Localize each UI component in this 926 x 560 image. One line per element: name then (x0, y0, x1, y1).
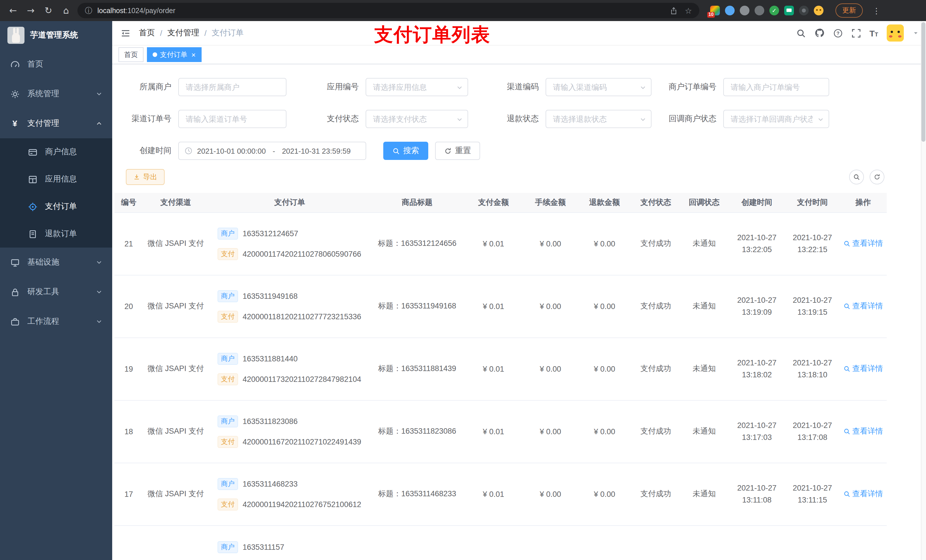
notify-status-select[interactable] (724, 110, 829, 127)
extension-icons: 10 ✓ (710, 6, 823, 15)
sidebar-item-app-info[interactable]: 应用信息 (0, 166, 112, 193)
cell-channel (143, 525, 209, 560)
browser-back-icon[interactable]: ← (7, 4, 20, 17)
refresh-table-button[interactable] (870, 170, 884, 184)
col-id: 编号 (115, 193, 143, 212)
browser-update-button[interactable]: 更新 (835, 3, 863, 18)
date-range-picker[interactable]: 2021-10-01 00:00:00 - 2021-10-31 23:59:5… (178, 142, 366, 160)
reset-button[interactable]: 重置 (435, 142, 480, 160)
extension-check-icon[interactable]: ✓ (769, 6, 779, 15)
view-detail-link[interactable]: 查看详情 (843, 489, 883, 499)
sidebar-fold-icon[interactable] (121, 28, 130, 38)
breadcrumb-separator (160, 29, 162, 38)
cell-title: 标题：1635311468233 (371, 463, 464, 525)
extension-pin-icon[interactable] (799, 6, 809, 15)
cell-pay-order: 商户 1635311823086 支付 42000011672021102710… (209, 400, 371, 463)
download-icon (133, 174, 140, 180)
tab-pay-order[interactable]: 支付订单 (147, 47, 201, 62)
cell-create-time: 2021-10-27 13:19:09 (728, 275, 785, 338)
merchant-input[interactable] (179, 78, 286, 96)
browser-toolbar: ← → ↻ ⌂ ⓘ localhost:1024/pay/order ☆ 10 … (0, 0, 926, 21)
tab-label: 首页 (124, 50, 138, 59)
app-id-select[interactable] (366, 78, 468, 96)
cell-pay-time: 2021-10-27 13:17:08 (785, 400, 840, 463)
merchant-order-no: 1635311949168 (243, 292, 298, 300)
github-icon[interactable] (814, 28, 825, 38)
browser-menu-icon[interactable]: ⋮ (873, 6, 881, 15)
extension-colorful-icon[interactable]: 10 (710, 6, 720, 15)
breadcrumb-home[interactable]: 首页 (139, 28, 155, 38)
search-icon[interactable] (796, 28, 805, 38)
merchant-order-no-input[interactable] (724, 78, 829, 96)
cell-pay-time: 2021-10-27 13:18:10 (785, 338, 840, 400)
cell-actions: 查看详情 (840, 463, 887, 525)
sidebar-item-refund-order[interactable]: 退款订单 (0, 220, 112, 248)
logo-title: 芋道管理系统 (30, 30, 78, 41)
font-size-icon[interactable]: TT (869, 28, 878, 38)
sidebar-item-pay-order[interactable]: 支付订单 (0, 193, 112, 220)
extension-gray2-icon[interactable] (755, 6, 764, 15)
sidebar-item-merchant-info[interactable]: 商户信息 (0, 138, 112, 166)
view-detail-link[interactable]: 查看详情 (843, 426, 883, 436)
toggle-search-button[interactable] (849, 170, 864, 184)
cell-channel: 微信 JSAPI 支付 (143, 463, 209, 525)
field-label: 所属商户 (126, 82, 178, 92)
pay-status-select[interactable] (366, 110, 468, 127)
extension-chat-icon[interactable] (784, 6, 794, 15)
bank-card-icon (27, 147, 38, 157)
sidebar-item-home[interactable]: 首页 (0, 50, 112, 79)
sidebar-item-pay[interactable]: ¥ 支付管理 (0, 109, 112, 138)
refresh-icon (874, 174, 881, 180)
avatar-caret-down-icon[interactable] (912, 30, 919, 36)
cell-amount: ¥ 0.01 (464, 338, 524, 400)
channel-order-no-input[interactable] (179, 110, 286, 127)
view-detail-link[interactable]: 查看详情 (843, 301, 883, 311)
sidebar-item-dev-tools[interactable]: 研发工具 (0, 277, 112, 307)
field-label: 商户订单编号 (661, 82, 723, 92)
navbar-actions: TT (796, 24, 926, 42)
user-avatar[interactable] (887, 24, 904, 42)
sidebar-item-system[interactable]: 系统管理 (0, 79, 112, 109)
breadcrumb-pay[interactable]: 支付管理 (168, 28, 199, 38)
window-scrollbar[interactable] (921, 21, 926, 560)
extension-gray-icon[interactable] (740, 6, 749, 15)
bookmark-star-icon[interactable]: ☆ (685, 6, 692, 15)
url-text: localhost:1024/pay/order (97, 6, 176, 15)
cell-pay-order: 商户 1635312124657 支付 42000011742021102780… (209, 212, 371, 275)
gear-icon (10, 89, 20, 99)
filter-field-notify-status: 回调商户状态 (661, 110, 829, 128)
share-icon[interactable] (670, 6, 678, 15)
filter-row-1: 所属商户 应用编号 渠道编码 商户订单编号 (126, 78, 926, 96)
view-detail-link[interactable]: 查看详情 (843, 238, 883, 249)
browser-home-icon[interactable]: ⌂ (60, 4, 72, 17)
fullscreen-icon[interactable] (851, 28, 861, 38)
logo[interactable]: 芋道管理系统 (0, 21, 112, 50)
site-info-icon[interactable]: ⓘ (85, 5, 92, 16)
export-button[interactable]: 导出 (126, 169, 165, 185)
tab-home[interactable]: 首页 (118, 47, 144, 62)
browser-forward-icon[interactable]: → (24, 4, 37, 17)
create-date: 2021-10-27 (728, 482, 785, 494)
sidebar-item-label: 应用信息 (45, 174, 103, 184)
filter-field-create-time: 创建时间 2021-10-01 00:00:00 - 2021-10-31 23… (126, 142, 366, 160)
extension-drop-icon[interactable] (725, 6, 735, 15)
col-pay-order: 支付订单 (209, 193, 371, 212)
sidebar-item-workflow[interactable]: 工作流程 (0, 307, 112, 337)
cell-id: 19 (115, 338, 143, 400)
refund-status-select[interactable] (546, 110, 651, 127)
field-label: 退款状态 (493, 114, 546, 124)
tab-close-icon[interactable] (191, 51, 196, 58)
help-icon[interactable] (833, 28, 843, 38)
create-date: 2021-10-27 (728, 294, 785, 306)
address-bar[interactable]: ⓘ localhost:1024/pay/order ☆ (77, 3, 699, 18)
aim-icon (27, 201, 38, 212)
sidebar-item-infra[interactable]: 基础设施 (0, 248, 112, 277)
pay-tag: 支付 (218, 373, 238, 385)
extension-emoji-icon[interactable] (814, 6, 823, 15)
channel-code-select[interactable] (546, 78, 651, 96)
export-button-label: 导出 (143, 172, 157, 182)
browser-reload-icon[interactable]: ↻ (42, 4, 54, 17)
view-detail-link[interactable]: 查看详情 (843, 364, 883, 374)
search-button[interactable]: 搜索 (383, 142, 428, 160)
scrollbar-thumb[interactable] (921, 22, 925, 142)
